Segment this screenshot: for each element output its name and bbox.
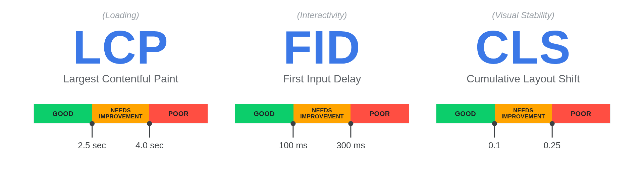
threshold-bar: GOOD NEEDS IMPROVEMENT POOR 100 ms 300 m… (235, 104, 409, 150)
segment-poor: POOR (351, 104, 409, 123)
threshold-label: 4.0 sec (136, 140, 164, 151)
tick-stem-icon (92, 126, 93, 138)
segment-poor: POOR (552, 104, 610, 123)
metric-lcp: (Loading) LCP Largest Contentful Paint G… (34, 10, 208, 150)
threshold-tick: 2.5 sec (78, 123, 106, 151)
segment-good: GOOD (34, 104, 92, 123)
tick-stem-icon (551, 126, 552, 138)
metric-cls: (Visual Stability) CLS Cumulative Layout… (436, 10, 610, 150)
metric-fid: (Interactivity) FID First Input Delay GO… (235, 10, 409, 150)
metric-category: (Visual Stability) (492, 10, 554, 21)
threshold-tick: 100 ms (279, 123, 308, 151)
metric-fullname: Cumulative Layout Shift (467, 73, 580, 85)
tick-dot-icon (147, 121, 152, 126)
metric-fullname: Largest Contentful Paint (63, 73, 178, 85)
threshold-label: 0.1 (488, 140, 500, 151)
segment-good: GOOD (436, 104, 495, 123)
threshold-tick: 300 ms (336, 123, 365, 151)
tick-dot-icon (492, 121, 497, 126)
threshold-bar: GOOD NEEDS IMPROVEMENT POOR 0.1 0.25 (436, 104, 610, 150)
tick-dot-icon (348, 121, 353, 126)
threshold-label: 300 ms (336, 140, 365, 151)
segment-needs-improvement: NEEDS IMPROVEMENT (92, 104, 150, 123)
metric-fullname: First Input Delay (283, 73, 361, 85)
threshold-bar-segments: GOOD NEEDS IMPROVEMENT POOR (235, 104, 409, 123)
tick-stem-icon (149, 126, 150, 138)
segment-needs-improvement: NEEDS IMPROVEMENT (293, 104, 351, 123)
threshold-label: 100 ms (279, 140, 308, 151)
threshold-label: 2.5 sec (78, 140, 106, 151)
threshold-tick: 0.1 (488, 123, 500, 151)
threshold-ticks: 0.1 0.25 (436, 123, 610, 150)
tick-stem-icon (494, 126, 495, 138)
segment-needs-improvement: NEEDS IMPROVEMENT (495, 104, 552, 123)
tick-stem-icon (293, 126, 294, 138)
metric-abbr: FID (283, 23, 361, 72)
tick-dot-icon (291, 121, 296, 126)
metric-abbr: LCP (73, 23, 169, 72)
threshold-label: 0.25 (543, 140, 560, 151)
threshold-ticks: 2.5 sec 4.0 sec (34, 123, 208, 150)
segment-good: GOOD (235, 104, 293, 123)
metric-abbr: CLS (475, 23, 571, 72)
tick-dot-icon (90, 121, 95, 126)
threshold-tick: 4.0 sec (136, 123, 164, 151)
tick-stem-icon (350, 126, 351, 138)
threshold-bar-segments: GOOD NEEDS IMPROVEMENT POOR (436, 104, 610, 123)
metric-category: (Interactivity) (297, 10, 347, 21)
metrics-container: (Loading) LCP Largest Contentful Paint G… (0, 0, 644, 150)
threshold-bar-segments: GOOD NEEDS IMPROVEMENT POOR (34, 104, 208, 123)
threshold-tick: 0.25 (543, 123, 560, 151)
threshold-bar: GOOD NEEDS IMPROVEMENT POOR 2.5 sec 4.0 … (34, 104, 208, 150)
segment-poor: POOR (149, 104, 208, 123)
metric-category: (Loading) (102, 10, 139, 21)
tick-dot-icon (549, 121, 554, 126)
threshold-ticks: 100 ms 300 ms (235, 123, 409, 150)
